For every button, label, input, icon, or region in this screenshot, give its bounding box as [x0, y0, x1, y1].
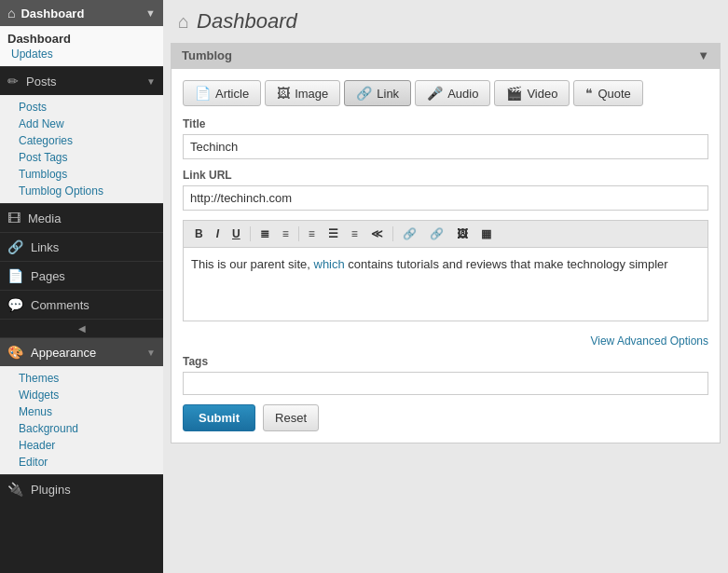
- dashboard-sub-section: Dashboard Updates: [0, 26, 163, 66]
- align-right-btn[interactable]: ≡: [346, 225, 364, 243]
- editor-toolbar: B I U ≣ ≡ ≡ ☰ ≡ ≪ 🔗: [183, 220, 708, 247]
- link-url-label: Link URL: [183, 169, 708, 182]
- title-label: Title: [183, 117, 708, 130]
- submit-button[interactable]: Submit: [183, 404, 255, 431]
- tumblog-body: 📄 Article 🖼 Image 🔗 Link 🎤: [171, 68, 721, 443]
- align-left-btn[interactable]: ≡: [303, 225, 321, 243]
- tab-article[interactable]: 📄 Article: [183, 80, 261, 106]
- tags-label: Tags: [183, 355, 708, 368]
- view-advanced-link[interactable]: View Advanced Options: [590, 334, 708, 348]
- editor-body[interactable]: This is our parent site, which contains …: [183, 247, 708, 321]
- page-title: Dashboard: [197, 9, 297, 34]
- sidebar-item-links-label: Links: [31, 240, 59, 254]
- house-icon: ⌂: [7, 6, 15, 20]
- unlink-btn[interactable]: 🔗: [424, 225, 449, 243]
- toolbar-sep-3: [392, 226, 393, 241]
- posts-sub-items: Posts Add New Categories Post Tags Tumbl…: [0, 95, 163, 203]
- align-center-btn[interactable]: ☰: [323, 225, 344, 243]
- tumblog-header: Tumblog ▼: [171, 43, 721, 68]
- actions-bar: Submit Reset: [183, 404, 708, 431]
- tab-quote-label: Quote: [598, 87, 630, 101]
- toolbar-sep-2: [298, 226, 299, 241]
- sidebar-item-pages[interactable]: 📄 Pages: [0, 261, 163, 290]
- tumblog-header-label: Tumblog: [182, 48, 232, 62]
- appearance-sub-items: Themes Widgets Menus Background Header E…: [0, 366, 163, 474]
- sidebar-collapse-btn[interactable]: ◀: [0, 319, 163, 337]
- tab-article-label: Article: [215, 87, 249, 101]
- tab-bar: 📄 Article 🖼 Image 🔗 Link 🎤: [183, 80, 708, 106]
- sidebar-link-tumblogs[interactable]: Tumblogs: [15, 166, 163, 183]
- editor-link: which: [314, 257, 345, 271]
- link-url-input[interactable]: [183, 185, 708, 211]
- sidebar-link-tumblog-options[interactable]: Tumblog Options: [15, 183, 163, 199]
- sidebar-link-menus[interactable]: Menus: [15, 403, 163, 420]
- appearance-icon: 🎨: [7, 345, 23, 360]
- main-content: ⌂ Dashboard Tumblog ▼ 📄 Article: [163, 0, 728, 573]
- pages-icon: 📄: [7, 268, 23, 283]
- editor-content: This is our parent site, which contains …: [191, 257, 668, 271]
- outdent-btn[interactable]: ≪: [365, 225, 389, 243]
- plugins-icon: 🔌: [7, 482, 23, 497]
- sidebar-link-posts[interactable]: Posts: [15, 99, 163, 116]
- media-icon: 🎞: [7, 211, 21, 225]
- link-btn[interactable]: 🔗: [397, 225, 422, 243]
- comments-icon: 💬: [7, 297, 23, 312]
- sidebar-link-post-tags[interactable]: Post Tags: [15, 149, 163, 166]
- audio-tab-icon: 🎤: [427, 86, 443, 101]
- sidebar-link-updates[interactable]: Updates: [7, 47, 156, 61]
- app-container: ⌂ Dashboard ▼ Dashboard Updates ✏ Posts …: [0, 0, 728, 573]
- tab-audio-label: Audio: [447, 87, 478, 101]
- tab-video-label: Video: [527, 87, 557, 101]
- sidebar-item-links[interactable]: 🔗 Links: [0, 232, 163, 261]
- italic-btn[interactable]: I: [211, 225, 225, 243]
- bold-btn[interactable]: B: [189, 225, 209, 243]
- sidebar-dashboard-label: Dashboard: [21, 7, 84, 20]
- sidebar-link-dashboard[interactable]: Dashboard: [7, 31, 156, 47]
- sidebar-item-posts[interactable]: ✏ Posts ▼: [0, 66, 163, 95]
- ul-btn[interactable]: ≣: [254, 225, 275, 243]
- sidebar-link-editor[interactable]: Editor: [15, 454, 163, 471]
- tab-quote[interactable]: ❝ Quote: [573, 80, 642, 106]
- tab-link[interactable]: 🔗 Link: [344, 80, 411, 106]
- link-tab-icon: 🔗: [356, 86, 372, 101]
- editor-section: B I U ≣ ≡ ≡ ☰ ≡ ≪ 🔗: [183, 220, 708, 321]
- title-input[interactable]: [183, 134, 708, 159]
- sidebar-item-media[interactable]: 🎞 Media: [0, 203, 163, 232]
- tumblog-collapse-icon[interactable]: ▼: [697, 48, 709, 62]
- more-btn[interactable]: ▦: [475, 225, 497, 243]
- sidebar-link-background[interactable]: Background: [15, 420, 163, 437]
- toolbar-sep-1: [250, 226, 251, 241]
- content-header: ⌂ Dashboard: [163, 0, 728, 43]
- tab-link-label: Link: [377, 87, 399, 101]
- reset-button[interactable]: Reset: [263, 404, 319, 431]
- main-layout: ⌂ Dashboard ▼ Dashboard Updates ✏ Posts …: [0, 0, 728, 573]
- sidebar-item-comments-label: Comments: [31, 298, 89, 312]
- tags-section: Tags: [183, 355, 708, 395]
- tab-video[interactable]: 🎬 Video: [494, 80, 570, 106]
- underline-btn[interactable]: U: [227, 225, 246, 243]
- tab-audio[interactable]: 🎤 Audio: [415, 80, 490, 106]
- sidebar-link-header[interactable]: Header: [15, 437, 163, 454]
- collapse-icon: ◀: [78, 323, 86, 334]
- tumblog-section: Tumblog ▼ 📄 Article 🖼 Image: [171, 43, 721, 443]
- sidebar-item-pages-label: Pages: [31, 269, 65, 283]
- sidebar-link-widgets[interactable]: Widgets: [15, 387, 163, 403]
- tab-image-label: Image: [295, 87, 328, 101]
- sidebar: ⌂ Dashboard ▼ Dashboard Updates ✏ Posts …: [0, 0, 163, 573]
- sidebar-link-categories[interactable]: Categories: [15, 132, 163, 149]
- ol-btn[interactable]: ≡: [277, 225, 295, 243]
- sidebar-item-comments[interactable]: 💬 Comments: [0, 290, 163, 319]
- video-tab-icon: 🎬: [506, 86, 522, 101]
- sidebar-item-plugins[interactable]: 🔌 Plugins: [0, 474, 163, 503]
- img-btn[interactable]: 🖼: [451, 225, 474, 243]
- sidebar-item-media-label: Media: [28, 211, 61, 225]
- chevron-down-icon[interactable]: ▼: [145, 7, 156, 19]
- sidebar-item-appearance[interactable]: 🎨 Appearance ▼: [0, 337, 163, 366]
- links-icon: 🔗: [7, 239, 23, 254]
- sidebar-dashboard-header[interactable]: ⌂ Dashboard ▼: [0, 0, 163, 26]
- tags-input[interactable]: [183, 372, 708, 395]
- tab-image[interactable]: 🖼 Image: [265, 80, 340, 106]
- sidebar-link-add-new[interactable]: Add New: [15, 116, 163, 132]
- sidebar-link-themes[interactable]: Themes: [15, 370, 163, 387]
- arrow-icon: ▼: [146, 76, 156, 87]
